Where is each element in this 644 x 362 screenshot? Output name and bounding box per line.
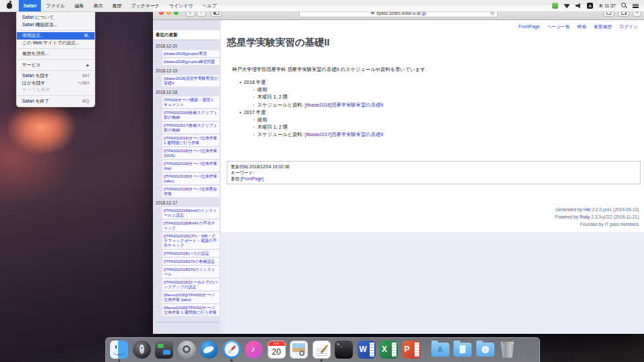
menu-separator [17, 48, 94, 49]
sidebar-link[interactable]: [itbase2018]惑星学実験実習の基礎II [162, 75, 219, 86]
sidebar-date: 2018-12-19 [156, 68, 219, 73]
sidebar-link[interactable]: [ITPASS2018]bindのインストールと設定 [162, 207, 219, 219]
sidebar-link[interactable]: [ITPASS2018]RAM の不良チェック [162, 220, 219, 231]
sidebar-link[interactable]: [ITPASS2018]パスの設定 [162, 250, 219, 257]
nav-page-list[interactable]: ページ一覧 [547, 24, 570, 29]
menu-item-hide-others[interactable]: ほかを隠す⌥⌘H [17, 80, 95, 87]
wifi-icon[interactable] [564, 3, 570, 9]
list-item: •2018 年度 [239, 80, 644, 85]
itbase2018-link[interactable]: [itbase2018]惑星学実験実習の基礎II [305, 102, 383, 108]
hiki-link[interactable]: Hiki [584, 207, 591, 212]
terminal-icon[interactable] [335, 341, 353, 359]
sidebar-link[interactable]: [ITPASS2018]ローカルでのバックアップの設定 [162, 279, 219, 290]
frontpage-link[interactable]: [FrontPage] [241, 176, 264, 181]
itunes-icon[interactable] [245, 341, 263, 359]
footer-line: Generated by Hiki 2.0.0.pre1 (2014-08-13… [221, 206, 640, 213]
notification-center-icon[interactable] [633, 3, 639, 9]
footer-line: Powered by Ruby 2.3.3-p222 (2016-11-21). [221, 213, 640, 221]
thunderbird-icon[interactable] [200, 341, 218, 359]
spotlight-search-icon[interactable] [621, 3, 627, 9]
sidebar-link[interactable]: [itbase2018]gnuplot練習問題 [162, 58, 219, 65]
nav-login[interactable]: ログイン [619, 24, 638, 29]
sidebar-date: 2018-12-20 [156, 44, 219, 48]
menu-help[interactable]: ヘルプ [198, 0, 222, 11]
calendar-icon[interactable]: 12月 20 [268, 341, 286, 359]
documents-folder-icon[interactable] [453, 341, 472, 359]
nav-update-history[interactable]: 更新履歴 [594, 24, 612, 29]
sidebar-link[interactable]: [ITPASS2018]サーバ交換作業 (DNS) [162, 147, 219, 159]
menu-separator [17, 30, 94, 31]
menu-item-about-safari[interactable]: Safari について [17, 14, 95, 21]
status-area: A 木 11:37 [552, 0, 644, 11]
sidebar-link[interactable]: [ITPASS2018]サーバ交換作業 (ika) [162, 160, 219, 172]
menu-clock[interactable]: 木 11:37 [598, 3, 616, 9]
sidebar-link[interactable]: ITPASSサーバ構築・運用ドキュメント [162, 97, 219, 108]
sidebar-link[interactable]: [ITPASS2018]サーバ交換作業 1 週間後に行う作業 [162, 135, 219, 146]
powerpoint-icon[interactable]: P [402, 341, 421, 359]
menu-bookmarks[interactable]: ブックマーク [126, 0, 164, 11]
menu-window[interactable]: ウインドウ [164, 0, 198, 11]
launchpad-icon[interactable] [133, 341, 151, 359]
menu-item-safari-extensions[interactable]: Safari 機能拡張... [17, 21, 95, 29]
sidebar-link[interactable]: [Memo2018][ITPASS]サーバ交換作業 (tako) [162, 292, 219, 303]
list-item: ◦木曜日 1, 2 限 [253, 125, 644, 130]
menu-file[interactable]: ファイル [41, 0, 70, 11]
sidebar-link[interactable]: [ITPASS2018]サーバ交換作業 (tako) [162, 173, 219, 184]
textedit-icon[interactable] [313, 341, 331, 359]
sidebar-link[interactable]: [ITPASS2018]各種スクリプト群の格納 [162, 109, 219, 121]
finder-icon[interactable] [110, 341, 128, 359]
sidebar-title: 最近の更新 [154, 30, 220, 40]
menu-bar: Safari ファイル 編集 表示 履歴 ブックマーク ウインドウ ヘルプ A … [0, 0, 644, 12]
nav-search[interactable]: 検索 [578, 24, 587, 29]
menu-item-website-settings[interactable]: この Web サイトでの設定... [17, 40, 95, 47]
sidebar-divider [156, 322, 218, 322]
page-title: 惑星学実験実習の基礎II [227, 36, 644, 49]
menu-edit[interactable]: 編集 [70, 0, 89, 11]
ruby-link[interactable]: Ruby [580, 215, 590, 219]
trash-icon[interactable] [498, 341, 517, 359]
sidebar-link[interactable]: [Memo2018][ITPASS]サーバ交換作業 1 週間後に行う作業 [162, 304, 219, 316]
downloads-folder-icon[interactable]: ↓ [476, 341, 494, 359]
menu-item-services[interactable]: サービス▶ [17, 62, 95, 69]
menu-separator [17, 59, 94, 60]
itbase2017-link[interactable]: [itbase2017]惑星学実験実習の基礎II [305, 131, 383, 137]
input-source-icon[interactable]: A [587, 3, 593, 9]
schedule-list: •2018 年度 ◦後期 ◦木曜日 1, 2 限 ◦スケジュールと資料: [it… [239, 80, 644, 137]
sidebar-link[interactable]: [ITPASS2018]OSの各種設定 [162, 258, 219, 265]
safari-window: ‹ › itpass.scitec.kobe-u.ac.jp ↻ + 最近の更新… [153, 5, 644, 334]
running-indicator [321, 359, 323, 361]
applications-folder-icon[interactable]: A [431, 341, 449, 359]
menu-safari[interactable]: Safari [19, 0, 41, 11]
reference-row: 参照:[FrontPage] [231, 176, 637, 182]
apple-menu[interactable] [0, 0, 19, 11]
wiki-nav: FrontPage ページ一覧 検索 更新履歴 ログイン [221, 20, 644, 30]
list-item: ◦木曜日 1, 2 限 [253, 95, 644, 100]
menu-item-hide-safari[interactable]: Safari を隠す⌘H [17, 72, 95, 80]
menu-view[interactable]: 表示 [89, 0, 107, 11]
intro-text: 神戸大学理学部惑星学科 惑星学実験実習の基礎II のスケジュールや資料を置いてい… [232, 66, 644, 73]
mission-control-icon[interactable] [155, 341, 173, 359]
menu-history[interactable]: 履歴 [107, 0, 126, 11]
sidebar-link[interactable]: [ITPASS2017]各種スクリプト群の格納 [162, 122, 219, 133]
calendar-month: 12月 [268, 341, 285, 346]
sidebar-link[interactable]: [ITPASS2018]OSのインストール [162, 266, 219, 278]
list-item: ◦後期 [253, 117, 644, 123]
menu-item-preferences[interactable]: 環境設定...⌘, [17, 32, 95, 40]
recent-updates-sidebar: 最近の更新 2018-12-20 [itbase2018]gnuplot実習 [… [153, 20, 221, 334]
safari-icon[interactable] [223, 341, 241, 359]
running-indicator [231, 359, 233, 361]
sidebar-link[interactable]: [itbase2018]gnuplot実習 [162, 50, 219, 57]
menu-item-clear-history[interactable]: 履歴を消去... [17, 50, 95, 58]
system-preferences-icon[interactable] [178, 341, 196, 359]
excel-icon[interactable]: X [380, 341, 398, 359]
sidebar-link[interactable]: [ITPASS2018]サーバ交換事前作業 [162, 186, 219, 197]
nav-frontpage[interactable]: FrontPage [519, 24, 540, 29]
menu-separator [17, 95, 94, 96]
sidebar-link[interactable]: [ITPASS2018]CPU・MB・グラフィックボード・電源の不良チェック [162, 233, 219, 249]
menu-item-quit-safari[interactable]: Safari を終了⌘Q [17, 98, 95, 105]
word-icon[interactable]: W [358, 341, 376, 359]
preview-icon[interactable] [290, 341, 308, 359]
app-icon-green[interactable] [552, 3, 558, 9]
volume-icon[interactable] [576, 3, 582, 9]
updated-timestamp: 更新日時:2018/12/04 19:02:36 [231, 164, 637, 170]
